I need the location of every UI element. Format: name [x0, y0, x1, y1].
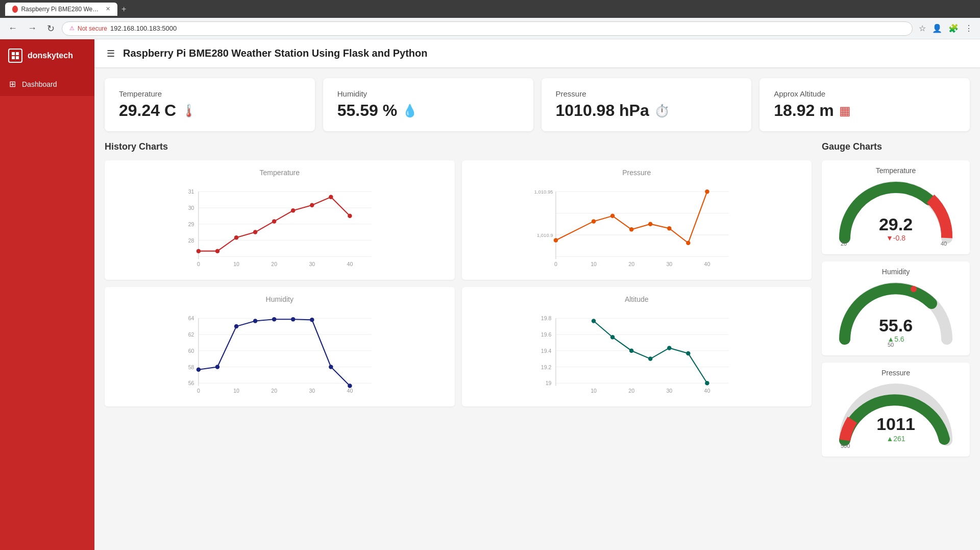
reload-button[interactable]: ↻ [44, 21, 58, 36]
svg-text:40: 40 [347, 388, 353, 394]
extensions-icon[interactable]: 🧩 [946, 21, 961, 35]
svg-point-42 [610, 214, 614, 218]
svg-text:20: 20 [271, 388, 277, 394]
humidity-value-row: 55.59 % 💧 [337, 101, 519, 120]
svg-point-22 [253, 230, 257, 234]
thermometer-icon: 🌡️ [181, 104, 197, 118]
svg-text:64: 64 [188, 315, 194, 321]
app-container: donskytech ⊞ Dashboard ☰ Raspberry Pi BM… [0, 39, 980, 550]
sidebar-header: donskytech [0, 39, 94, 72]
svg-point-24 [291, 208, 295, 212]
temperature-chart: 31 30 29 28 0 10 20 30 40 [111, 181, 449, 273]
pressure-gauge-title: Pressure [828, 369, 964, 377]
svg-text:▲5.6: ▲5.6 [887, 335, 904, 343]
svg-point-65 [215, 365, 219, 369]
profile-icon[interactable]: 👤 [930, 21, 944, 35]
svg-point-23 [272, 219, 276, 223]
pressure-value-row: 1010.98 hPa ⏱️ [556, 101, 738, 120]
svg-text:1,010.95: 1,010.95 [534, 189, 553, 195]
svg-point-69 [291, 317, 295, 321]
history-charts-grid: Temperature 31 30 [105, 160, 812, 406]
svg-text:40: 40 [941, 241, 947, 247]
svg-text:60: 60 [188, 348, 194, 354]
svg-point-40 [553, 238, 557, 242]
svg-point-64 [197, 368, 201, 372]
svg-point-70 [310, 318, 314, 322]
tab-close-icon[interactable]: ✕ [106, 6, 110, 12]
temperature-value: 29.24 C [119, 101, 176, 120]
svg-point-92 [667, 346, 671, 350]
svg-text:▲261: ▲261 [886, 435, 905, 443]
svg-rect-1 [16, 52, 19, 55]
svg-rect-0 [12, 52, 15, 55]
svg-text:20: 20 [841, 241, 847, 247]
gauge-icon: ⏱️ [654, 104, 670, 118]
svg-text:19.2: 19.2 [541, 364, 551, 370]
sidebar-logo [8, 49, 22, 63]
bookmark-icon[interactable]: ☆ [917, 21, 928, 35]
browser-tab[interactable]: Raspberry Pi BME280 Weather S... ✕ [5, 3, 117, 16]
toolbar-actions: ☆ 👤 🧩 ⋮ [917, 21, 975, 35]
svg-point-89 [610, 335, 614, 339]
svg-point-66 [234, 324, 238, 328]
humidity-label: Humidity [337, 89, 519, 98]
main-content: ☰ Raspberry Pi BME280 Weather Station Us… [94, 39, 980, 550]
svg-text:20: 20 [628, 388, 634, 394]
svg-point-20 [215, 249, 219, 253]
svg-text:28: 28 [188, 237, 194, 244]
pressure-gauge-card: Pressure 500 1011 ▲261 [822, 363, 970, 457]
svg-text:0: 0 [554, 261, 557, 267]
sidebar-item-dashboard[interactable]: ⊞ Dashboard [0, 72, 94, 96]
temperature-value-row: 29.24 C 🌡️ [119, 101, 301, 120]
svg-text:30: 30 [666, 388, 672, 394]
svg-point-72 [348, 384, 352, 388]
menu-icon[interactable]: ⋮ [963, 21, 975, 35]
temperature-chart-card: Temperature 31 30 [105, 160, 455, 280]
svg-text:30: 30 [309, 261, 315, 267]
humidity-value: 55.59 % [337, 101, 397, 120]
dashboard-icon: ⊞ [9, 79, 16, 89]
svg-text:62: 62 [188, 331, 194, 338]
svg-point-27 [348, 214, 352, 218]
pressure-value: 1010.98 hPa [556, 101, 649, 120]
svg-point-21 [234, 235, 238, 240]
temperature-gauge-title: Temperature [828, 166, 964, 175]
new-tab-button[interactable]: + [121, 5, 126, 14]
svg-text:0: 0 [197, 261, 200, 267]
humidity-chart: 64 62 60 58 56 0 10 20 30 40 [111, 307, 449, 399]
svg-text:10: 10 [591, 388, 597, 394]
svg-point-19 [197, 249, 201, 253]
gauge-charts-title: Gauge Charts [822, 141, 970, 152]
tab-title: Raspberry Pi BME280 Weather S... [21, 6, 100, 13]
svg-point-94 [705, 381, 709, 385]
back-button[interactable]: ← [5, 21, 20, 36]
svg-point-45 [667, 226, 671, 230]
temperature-chart-title: Temperature [111, 169, 449, 177]
svg-point-26 [329, 195, 333, 199]
svg-text:31: 31 [188, 188, 194, 195]
altitude-value: 18.92 m [774, 101, 834, 120]
hamburger-icon[interactable]: ☰ [107, 48, 115, 59]
sidebar: donskytech ⊞ Dashboard [0, 39, 94, 550]
humidity-card: Humidity 55.59 % 💧 [323, 78, 533, 131]
svg-point-91 [648, 356, 652, 361]
forward-button[interactable]: → [24, 21, 40, 36]
altitude-chart-title: Altitude [468, 295, 806, 303]
svg-text:30: 30 [666, 261, 672, 267]
altitude-label: Approx Altitude [774, 89, 955, 98]
history-charts: History Charts Temperature [105, 141, 812, 464]
url-bar[interactable]: ⚠ Not secure 192.168.100.183:5000 [62, 21, 913, 36]
svg-text:30: 30 [188, 205, 194, 211]
svg-point-93 [686, 351, 690, 355]
svg-text:▼-0.8: ▼-0.8 [886, 234, 905, 242]
url-text: 192.168.100.183:5000 [110, 25, 177, 32]
pressure-chart-title: Pressure [468, 169, 806, 177]
pressure-chart: 1,010.95 1,010.9 0 10 20 30 40 [468, 181, 806, 273]
temperature-card: Temperature 29.24 C 🌡️ [105, 78, 315, 131]
gauge-charts: Gauge Charts Temperature 20 40 [812, 141, 970, 464]
svg-rect-2 [12, 56, 15, 59]
svg-text:40: 40 [704, 388, 710, 394]
svg-point-47 [705, 189, 709, 194]
humidity-chart-card: Humidity 64 62 60 58 56 [105, 287, 455, 406]
svg-point-71 [329, 365, 333, 369]
